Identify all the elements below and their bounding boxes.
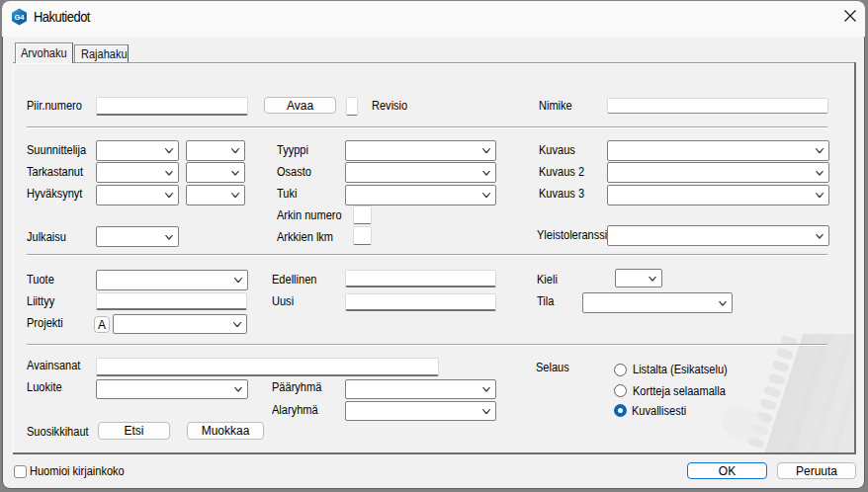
svg-text:G4: G4	[14, 13, 25, 22]
